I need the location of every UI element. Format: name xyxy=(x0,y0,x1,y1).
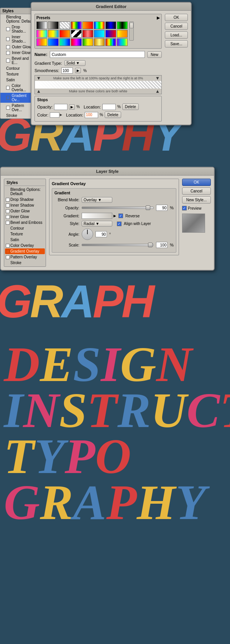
ls-item-bevel[interactable]: Bevel and Emboss xyxy=(5,220,45,225)
go-blend-mode-select[interactable]: Overlay ▼ xyxy=(82,197,112,203)
preset-swatch-5[interactable] xyxy=(94,21,105,29)
drop-shadow-checkbox[interactable] xyxy=(6,27,10,31)
go-angle-input[interactable] xyxy=(95,231,107,237)
preset-swatch-23[interactable] xyxy=(117,38,128,46)
go-scale-slider[interactable] xyxy=(82,244,154,246)
ls-item-drop-shadow[interactable]: Drop Shadow xyxy=(5,197,45,202)
go-angle-dial[interactable] xyxy=(82,228,93,240)
go-gradient-picker[interactable]: ▶ xyxy=(82,213,116,219)
ls-inner-shadow-cb[interactable] xyxy=(6,204,10,207)
preset-swatch-12[interactable] xyxy=(82,30,93,38)
ls-item-stroke[interactable]: Stroke xyxy=(5,260,45,266)
presets-menu-btn[interactable]: ▶ xyxy=(157,16,160,20)
ls-cancel-btn[interactable]: Cancel xyxy=(182,187,211,195)
color-stop-right[interactable]: ▲ xyxy=(155,89,160,94)
ge-save-btn[interactable]: Save... xyxy=(165,40,188,48)
gradient-type-value: Solid xyxy=(66,61,75,65)
go-opacity-input[interactable] xyxy=(156,205,168,211)
ls-item-gradient-overlay[interactable]: Gradient Overlay xyxy=(5,248,45,254)
ls-item-contour[interactable]: Contour xyxy=(5,225,45,231)
stops-color-delete-btn[interactable]: Delete xyxy=(105,112,121,118)
preset-swatch-18[interactable] xyxy=(59,38,70,46)
bevel-checkbox[interactable] xyxy=(6,59,10,62)
go-opacity-slider[interactable] xyxy=(82,207,154,209)
ls-gradient-overlay-cb[interactable] xyxy=(6,250,10,253)
letter-D1: D xyxy=(4,339,40,389)
presets-scrollbar[interactable] xyxy=(129,21,134,41)
ls-item-inner-shadow[interactable]: Inner Shadow xyxy=(5,202,45,208)
preset-swatch-16[interactable] xyxy=(36,38,47,46)
preset-swatch-4[interactable] xyxy=(82,21,93,29)
gradient-overlay-checkbox[interactable] xyxy=(6,96,10,100)
preset-swatch-17[interactable] xyxy=(48,38,59,46)
opacity-stop-right[interactable]: ▼ xyxy=(155,76,160,81)
preset-swatch-20[interactable] xyxy=(82,38,93,46)
smoothness-input[interactable] xyxy=(61,67,73,74)
go-angle-label: Angle: xyxy=(54,232,79,237)
ls-buttons: OK Cancel New Style... ✓ Preview xyxy=(182,179,211,267)
ge-cancel-btn[interactable]: Cancel xyxy=(165,23,188,30)
smoothness-increment-btn[interactable]: ▶ xyxy=(75,68,81,73)
ls-new-style-btn[interactable]: New Style... xyxy=(182,196,211,204)
preset-swatch-1[interactable] xyxy=(48,21,59,29)
ls-item-pattern-overlay[interactable]: Pattern Overlay xyxy=(5,254,45,260)
opacity-stop-left[interactable]: ▼ xyxy=(36,76,41,81)
ls-inner-glow-cb[interactable] xyxy=(6,215,10,219)
ls-item-blending[interactable]: Blending Options: Default xyxy=(5,187,45,197)
color-stop-left[interactable]: ▲ xyxy=(36,89,41,94)
preset-swatch-10[interactable] xyxy=(59,30,70,38)
ls-item-outer-glow[interactable]: Outer Glow xyxy=(5,208,45,214)
inner-shadow-checkbox[interactable] xyxy=(6,37,10,41)
ls-drop-shadow-cb[interactable] xyxy=(6,198,10,202)
stops-opacity-increment-btn[interactable]: ▶ xyxy=(69,104,75,110)
ls-color-overlay-cb[interactable] xyxy=(6,244,10,248)
letter-N2: N xyxy=(23,385,59,435)
outer-glow-checkbox[interactable] xyxy=(6,45,10,49)
go-section-title: Gradient Overlay xyxy=(52,181,176,186)
inner-glow-checkbox[interactable] xyxy=(6,51,10,55)
pattern-overlay-checkbox[interactable] xyxy=(6,106,10,110)
ls-item-inner-glow[interactable]: Inner Glow xyxy=(5,214,45,220)
preset-swatch-11[interactable] xyxy=(71,30,82,38)
ls-ok-btn[interactable]: OK xyxy=(182,179,211,186)
go-align-checkbox[interactable]: ✓ xyxy=(117,222,122,226)
preset-swatch-22[interactable] xyxy=(105,38,116,46)
presets-title: Presets ▶ xyxy=(36,16,160,20)
ls-outer-glow-cb[interactable] xyxy=(6,209,10,213)
go-inner-title: Gradient xyxy=(54,191,174,195)
stops-opacity-location-input[interactable] xyxy=(102,104,116,110)
preset-swatch-21[interactable] xyxy=(94,38,105,46)
ls-item-texture[interactable]: Texture xyxy=(5,231,45,237)
ls-item-color-overlay[interactable]: Color Overlay xyxy=(5,243,45,248)
preset-swatch-6[interactable] xyxy=(105,21,116,29)
preset-swatch-0[interactable] xyxy=(36,21,47,29)
ge-ok-btn[interactable]: OK xyxy=(165,14,188,21)
color-swatch-btn[interactable]: ▶ xyxy=(50,112,62,118)
preset-swatch-13[interactable] xyxy=(94,30,105,38)
ls-item-satin[interactable]: Satin xyxy=(5,237,45,243)
preview-checkbox[interactable]: ✓ xyxy=(182,206,187,210)
name-input[interactable] xyxy=(50,51,145,58)
preset-swatch-19[interactable] xyxy=(71,38,82,46)
go-scale-input[interactable] xyxy=(156,242,168,248)
preset-swatch-2[interactable] xyxy=(59,21,70,29)
preset-swatch-15[interactable] xyxy=(117,30,128,38)
go-opacity-thumb[interactable] xyxy=(146,205,150,210)
stops-opacity-input[interactable] xyxy=(54,104,67,110)
new-button[interactable]: New xyxy=(147,51,162,58)
gradient-type-select[interactable]: Solid ▼ xyxy=(64,60,85,66)
color-overlay-checkbox[interactable] xyxy=(6,86,10,90)
preset-swatch-14[interactable] xyxy=(105,30,116,38)
ls-pattern-overlay-cb[interactable] xyxy=(6,255,10,259)
preset-swatch-7[interactable] xyxy=(117,21,128,29)
ge-load-btn[interactable]: Load... xyxy=(165,31,188,39)
go-reverse-checkbox[interactable]: ✓ xyxy=(118,214,123,218)
stops-opacity-delete-btn[interactable]: Delete xyxy=(122,104,139,110)
preset-swatch-9[interactable] xyxy=(48,30,59,38)
preset-swatch-3[interactable] xyxy=(71,21,82,29)
ls-bevel-cb[interactable] xyxy=(6,221,10,225)
go-scale-thumb[interactable] xyxy=(148,243,153,247)
preset-swatch-8[interactable] xyxy=(36,30,47,38)
stops-color-location-input[interactable] xyxy=(85,112,98,118)
go-style-select[interactable]: Radial ▼ xyxy=(82,221,112,227)
